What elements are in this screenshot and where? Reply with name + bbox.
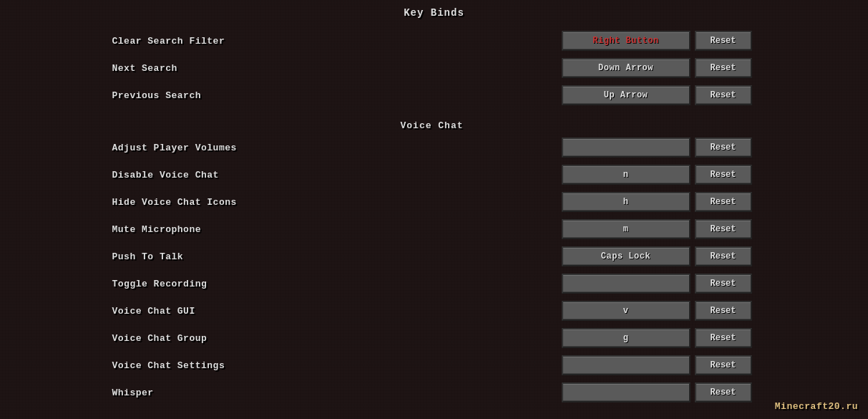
page-title: Key Binds [91,7,778,19]
reset-button[interactable]: Reset [695,85,752,105]
keybind-row: Next SearchDown ArrowReset [91,54,774,82]
reset-button[interactable]: Reset [695,138,752,158]
keybind-key-button[interactable]: n [562,165,691,185]
reset-button[interactable]: Reset [695,165,752,185]
reset-button[interactable]: Reset [695,246,752,266]
keybind-row: Previous SearchUp ArrowReset [91,82,774,109]
reset-button[interactable]: Reset [695,301,752,321]
keybind-key-button[interactable] [562,355,691,375]
keybind-row: Mute MicrophonemReset [91,216,774,243]
keybind-row: Voice Chat Settings Reset [91,352,774,379]
reset-button[interactable]: Reset [695,31,752,51]
keybind-key-button[interactable]: g [562,328,691,348]
keybind-label: Mute Microphone [112,224,562,235]
keybind-row: Disable Voice ChatnReset [91,161,774,188]
keybind-key-button[interactable] [562,138,691,158]
keybind-row: Adjust Player Volumes Reset [91,134,774,161]
keybind-row: Clear Search FilterRight ButtonReset [91,27,774,54]
keybind-key-button[interactable]: h [562,192,691,212]
keybind-row: Voice Chat GUIvReset [91,297,774,324]
keybind-label: Clear Search Filter [112,36,562,47]
keybind-row: Toggle Recording Reset [91,270,774,297]
keybind-key-button[interactable]: Up Arrow [562,85,691,105]
reset-button[interactable]: Reset [695,355,752,375]
reset-button[interactable]: Reset [695,328,752,348]
keybind-label: Voice Chat GUI [112,306,562,317]
keybind-key-button[interactable]: m [562,219,691,239]
reset-button[interactable]: Reset [695,58,752,78]
keybind-row: Voice Chat GroupgReset [91,324,774,352]
reset-button[interactable]: Reset [695,219,752,239]
keybind-label: Next Search [112,63,562,74]
keybind-key-button[interactable]: Caps Lock [562,246,691,266]
keybind-key-button[interactable]: Right Button [562,31,691,51]
keybind-label: Hide Voice Chat Icons [112,197,562,208]
reset-button[interactable]: Reset [695,382,752,403]
keybind-key-button[interactable]: Down Arrow [562,58,691,78]
reset-button[interactable]: Reset [695,274,752,294]
keybind-label: Voice Chat Group [112,333,562,344]
keybind-key-button[interactable] [562,274,691,294]
keybind-label: Disable Voice Chat [112,170,562,180]
branding-label: Minecraft20.ru [775,401,858,412]
keybind-label: Voice Chat Settings [112,360,562,371]
keybind-label: Adjust Player Volumes [112,143,562,153]
keybind-row: Push To TalkCaps LockReset [91,243,774,270]
section-header-1: Voice Chat [91,113,774,134]
keybind-key-button[interactable]: v [562,301,691,321]
scrollable-content: Clear Search FilterRight ButtonResetNext… [91,27,778,403]
keybind-key-button[interactable] [562,382,691,403]
keybind-label: Toggle Recording [112,279,562,289]
keybind-label: Push To Talk [112,251,562,262]
keybind-row: Hide Voice Chat IconshReset [91,188,774,216]
keybind-label: Whisper [112,387,562,398]
keybind-row: Whisper Reset [91,379,774,403]
reset-button[interactable]: Reset [695,192,752,212]
keybind-label: Previous Search [112,90,562,101]
